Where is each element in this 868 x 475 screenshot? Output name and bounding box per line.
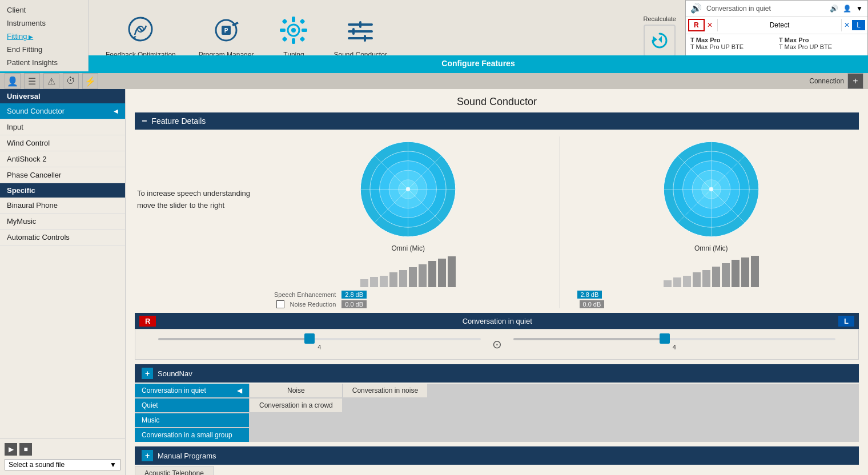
clock-icon-btn[interactable]: ⏱ xyxy=(63,73,79,89)
sidebar-item-antishock[interactable]: AntiShock 2 xyxy=(0,151,125,167)
xl-close-icon[interactable]: ✕ xyxy=(844,21,850,29)
noise-reduction-label: Noise Reduction xyxy=(290,301,336,308)
sound-file-select[interactable]: Select a sound file ▼ xyxy=(5,459,120,470)
program-name-input[interactable] xyxy=(706,5,825,13)
person-icon-btn[interactable]: 👤 xyxy=(5,73,21,89)
soundnav-item-noise2[interactable]: Conversation in a crowd xyxy=(250,398,342,412)
stop-button[interactable]: ■ xyxy=(19,443,32,456)
bar xyxy=(389,272,397,287)
bar xyxy=(428,261,436,287)
soundnav-arrow-icon: ◀ xyxy=(237,387,242,395)
soundnav-item-music[interactable]: Conversation in noise xyxy=(343,384,427,397)
feedback-optimization-icon-btn[interactable]: Feedback Optimization xyxy=(106,13,176,59)
nav-fitting[interactable]: Fitting xyxy=(7,31,81,42)
svg-marker-21 xyxy=(653,36,657,43)
chevron-down-icon[interactable]: ▼ xyxy=(856,5,863,13)
nav-patient-insights[interactable]: Patient Insights xyxy=(7,57,81,68)
svg-rect-14 xyxy=(300,36,306,42)
sidebar-item-phase-canceller[interactable]: Phase Canceller xyxy=(0,167,125,183)
svg-rect-19 xyxy=(352,28,355,35)
feature-details-bar[interactable]: − Feature Details xyxy=(135,112,859,130)
feedback-icon xyxy=(123,13,158,47)
bar xyxy=(419,264,427,287)
rx-close-icon[interactable]: ✕ xyxy=(707,21,713,29)
svg-point-32 xyxy=(406,187,410,191)
device-r2: T Max Pro UP BTE xyxy=(690,43,774,50)
nav-instruments[interactable]: Instruments xyxy=(7,18,81,29)
main-nav: Client Instruments Fitting End Fitting P… xyxy=(0,0,89,71)
manual-expand-icon[interactable]: + xyxy=(142,450,153,461)
recalculate-label: Recalculate xyxy=(644,15,676,22)
sliders-icon-btn[interactable]: Sound Conductor xyxy=(333,13,387,59)
manual-programs-header[interactable]: + Manual Programs xyxy=(135,446,859,465)
play-button[interactable]: ▶ xyxy=(5,443,17,456)
dropdown-arrow-icon: ▼ xyxy=(110,461,116,469)
soundnav-expand-icon[interactable]: + xyxy=(142,368,153,379)
right-polar-plot xyxy=(658,136,764,242)
sidebar-item-binaural-phone[interactable]: Binaural Phone xyxy=(0,198,125,214)
sidebar-item-input[interactable]: Input xyxy=(0,119,125,135)
detect-button[interactable]: Detect xyxy=(717,19,842,31)
battery-icon-btn[interactable]: ⚡ xyxy=(82,73,98,89)
soundnav-header[interactable]: + SoundNav xyxy=(135,364,859,383)
user-icon[interactable]: 👤 xyxy=(843,5,851,13)
left-slider-thumb[interactable] xyxy=(304,333,315,344)
nav-client[interactable]: Client xyxy=(7,5,81,15)
soundnav-label: SoundNav xyxy=(158,369,192,378)
right-mic-bars xyxy=(664,256,759,287)
top-menu-bar: Client Instruments Fitting End Fitting P… xyxy=(0,0,868,73)
device-l1: T Max Pro xyxy=(779,37,863,43)
soundnav-grid: Conversation in quiet ◀ Quiet Music Conv… xyxy=(135,384,859,442)
feature-details-label: Feature Details xyxy=(151,116,206,126)
right-slider-track[interactable] xyxy=(513,338,836,340)
sound-file-label: Select a sound file xyxy=(9,461,65,469)
program-icon: P xyxy=(209,13,243,47)
bars-icon-btn[interactable]: ☰ xyxy=(24,73,40,89)
soundnav-item-quiet[interactable]: Noise xyxy=(250,384,342,397)
link-icon[interactable]: ⊙ xyxy=(492,337,502,351)
svg-rect-16 xyxy=(348,30,373,33)
manual-programs-label: Manual Programs xyxy=(158,452,216,460)
soundnav-item-crowd[interactable]: Music xyxy=(135,413,249,427)
bar xyxy=(683,276,691,287)
mic-section: To increase speech understanding move th… xyxy=(126,136,868,313)
speech-enhancement-label: Speech Enhancement xyxy=(274,291,336,298)
speech-enhancement-value-right: 2.8 dB xyxy=(577,291,602,299)
sidebar-item-automatic-controls[interactable]: Automatic Controls xyxy=(0,230,125,245)
manual-programs-section: + Manual Programs Acoustic Telephone xyxy=(135,446,859,475)
sidebar-bottom: ▶ ■ Select a sound file ▼ xyxy=(0,438,125,475)
svg-rect-12 xyxy=(300,18,306,24)
right-enhancement-values: 2.8 dB 0.0 dB xyxy=(566,291,605,308)
sidebar-item-sound-conductor[interactable]: Sound Conductor ◀ xyxy=(0,103,125,119)
bar xyxy=(664,280,672,287)
noise-reduction-value-right: 0.0 dB xyxy=(580,300,605,308)
volume-right-icon: 🔊 xyxy=(830,5,838,13)
svg-rect-18 xyxy=(359,21,361,28)
recalculate-button[interactable] xyxy=(644,25,676,57)
speech-enhancement-value-left: 2.8 dB xyxy=(341,291,367,299)
svg-text:P: P xyxy=(224,27,228,34)
manual-programs-grid: Acoustic Telephone xyxy=(135,466,859,475)
right-slider-container: 4 xyxy=(513,338,836,351)
program-bar: R Conversation in quiet L xyxy=(135,313,859,329)
minus-icon: − xyxy=(142,116,147,126)
svg-point-6 xyxy=(291,28,296,33)
svg-rect-20 xyxy=(364,35,366,42)
program-manager-icon-btn[interactable]: P Program Manager xyxy=(199,13,254,59)
tuning-icon-btn[interactable]: Tuning xyxy=(276,13,311,59)
sidebar-specific-header: Specific xyxy=(0,183,125,198)
l-badge: L xyxy=(838,316,854,327)
sidebar-item-mymusic[interactable]: MyMusic xyxy=(0,214,125,230)
right-slider-thumb[interactable] xyxy=(660,333,670,344)
plus-connection-btn[interactable]: + xyxy=(847,73,863,89)
soundnav-item-noise[interactable]: Conversation in a small group xyxy=(135,428,249,442)
soundnav-item-small-group[interactable]: Quiet xyxy=(135,398,249,412)
noise-checkbox-left[interactable] xyxy=(276,300,284,308)
sidebar-item-wind-control[interactable]: Wind Control xyxy=(0,135,125,151)
warning-icon-btn[interactable]: ⚠ xyxy=(43,73,59,89)
nav-end-fitting[interactable]: End Fitting xyxy=(7,44,81,55)
soundnav-item-conversation-quiet[interactable]: Conversation in quiet ◀ xyxy=(135,384,249,397)
manual-item-acoustic-telephone[interactable]: Acoustic Telephone xyxy=(135,466,214,475)
main-layout: Universal Sound Conductor ◀ Input Wind C… xyxy=(0,89,868,475)
left-slider-track[interactable] xyxy=(158,338,481,340)
